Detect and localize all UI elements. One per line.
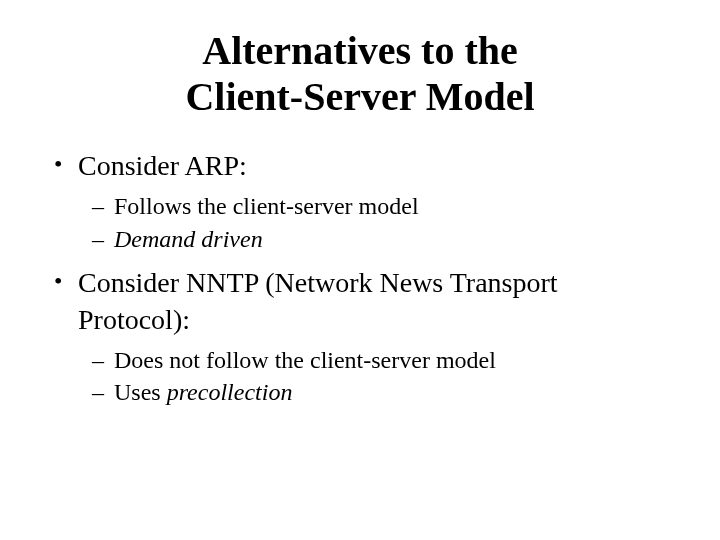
bullet-list: Consider ARP: Follows the client-server … — [48, 148, 672, 409]
sub-bullet-text: Demand driven — [114, 226, 263, 252]
sub-list: Does not follow the client-server model … — [78, 344, 672, 409]
list-item: Follows the client-server model — [78, 190, 672, 222]
bullet-text: Consider NNTP (Network News Transport Pr… — [78, 267, 558, 334]
sub-list: Follows the client-server model Demand d… — [78, 190, 672, 255]
sub-bullet-text: Does not follow the client-server model — [114, 347, 496, 373]
list-item: Consider ARP: Follows the client-server … — [48, 148, 672, 255]
slide-title: Alternatives to the Client-Server Model — [48, 28, 672, 120]
title-line-1: Alternatives to the — [202, 28, 517, 73]
list-item: Consider NNTP (Network News Transport Pr… — [48, 265, 672, 409]
list-item: Demand driven — [78, 223, 672, 255]
title-line-2: Client-Server Model — [185, 74, 534, 119]
sub-bullet-italic: precollection — [167, 379, 293, 405]
list-item: Uses precollection — [78, 376, 672, 408]
list-item: Does not follow the client-server model — [78, 344, 672, 376]
sub-bullet-prefix: Uses — [114, 379, 167, 405]
sub-bullet-text: Follows the client-server model — [114, 193, 419, 219]
bullet-text: Consider ARP: — [78, 150, 247, 181]
